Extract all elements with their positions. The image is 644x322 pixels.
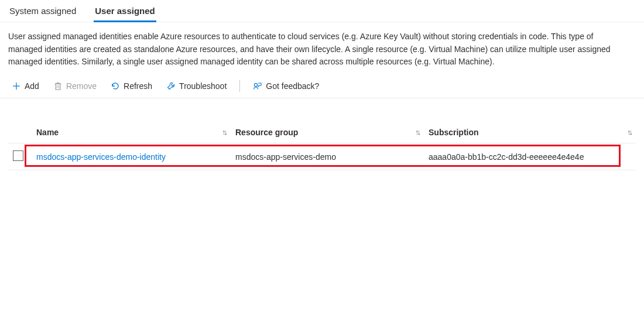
- identity-resource-group: msdocs-app-services-demo: [235, 152, 336, 162]
- sort-icon: ↑↓: [415, 128, 419, 136]
- refresh-label: Refresh: [124, 81, 152, 91]
- feedback-button[interactable]: Got feedback?: [247, 79, 325, 93]
- column-header-subscription[interactable]: Subscription ↑↓: [424, 122, 636, 143]
- identity-table-wrap: Name ↑↓ Resource group ↑↓ Subscription ↑…: [0, 122, 644, 170]
- column-header-name-label: Name: [36, 128, 59, 137]
- column-header-sub-label: Subscription: [429, 128, 479, 137]
- column-header-checkbox: [8, 122, 32, 143]
- feedback-label: Got feedback?: [266, 81, 319, 91]
- refresh-button[interactable]: Refresh: [105, 79, 158, 93]
- tab-user-assigned[interactable]: User assigned: [94, 4, 156, 22]
- toolbar: Add Remove Refresh Troubleshoot Got feed…: [0, 68, 644, 98]
- sort-icon: ↑↓: [222, 128, 226, 136]
- column-header-name[interactable]: Name ↑↓: [32, 122, 231, 143]
- trash-icon: [53, 81, 63, 91]
- plus-icon: [12, 81, 21, 91]
- svg-rect-2: [56, 84, 60, 90]
- description-text: User assigned managed identities enable …: [0, 22, 621, 68]
- identity-subscription: aaaa0a0a-bb1b-cc2c-dd3d-eeeeee4e4e4e: [429, 152, 584, 162]
- remove-label: Remove: [66, 81, 97, 91]
- column-header-rg-label: Resource group: [235, 128, 298, 137]
- add-button[interactable]: Add: [6, 79, 45, 93]
- add-label: Add: [25, 81, 39, 91]
- feedback-icon: [253, 81, 262, 91]
- wrench-icon: [166, 81, 176, 91]
- table-row[interactable]: msdocs-app-services-demo-identity msdocs…: [8, 143, 636, 170]
- identity-name-link[interactable]: msdocs-app-services-demo-identity: [36, 152, 166, 162]
- troubleshoot-button[interactable]: Troubleshoot: [160, 79, 232, 93]
- column-header-resource-group[interactable]: Resource group ↑↓: [231, 122, 424, 143]
- tab-system-assigned[interactable]: System assigned: [8, 4, 77, 22]
- refresh-icon: [111, 81, 120, 91]
- identity-table: Name ↑↓ Resource group ↑↓ Subscription ↑…: [8, 122, 636, 170]
- tabs: System assigned User assigned: [0, 0, 644, 22]
- row-checkbox[interactable]: [13, 150, 23, 161]
- troubleshoot-label: Troubleshoot: [179, 81, 227, 91]
- toolbar-separator: [239, 80, 240, 92]
- remove-button: Remove: [47, 79, 102, 93]
- svg-point-7: [255, 83, 258, 86]
- sort-icon: ↑↓: [627, 128, 631, 136]
